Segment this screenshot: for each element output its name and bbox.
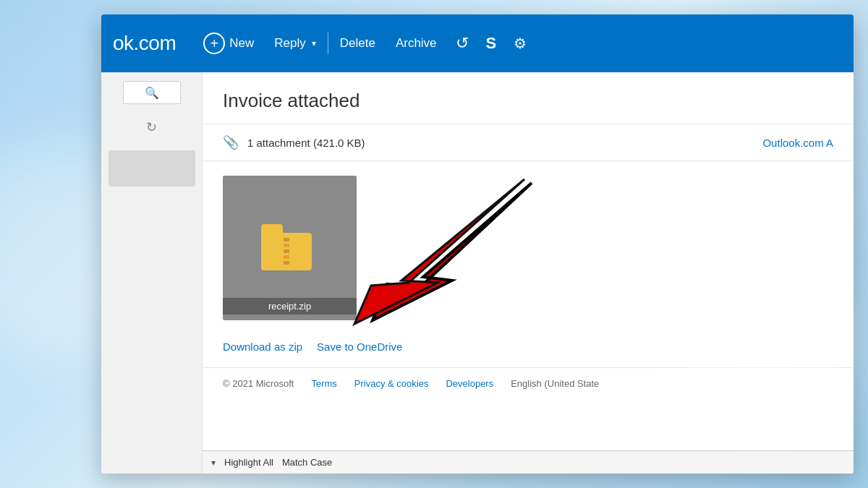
attachment-thumbnail[interactable]: receipt.zip <box>223 176 357 320</box>
footer-developers-link[interactable]: Developers <box>446 378 493 389</box>
refresh-icon[interactable]: ↻ <box>140 116 163 139</box>
footer-privacy-link[interactable]: Privacy & cookies <box>354 378 429 389</box>
attachment-bar: 📎 1 attachment (421.0 KB) Outlook.com A <box>203 124 854 161</box>
new-button-circle: + <box>203 33 225 54</box>
match-case-label[interactable]: Match Case <box>282 457 332 468</box>
toolbar-divider <box>328 33 328 54</box>
save-onedrive-link[interactable]: Save to OneDrive <box>317 341 402 353</box>
paperclip-icon: 📎 <box>223 134 239 150</box>
delete-button-label: Delete <box>340 36 375 51</box>
main-area: 🔍 ↻ Invoice attached 📎 1 attachment (421… <box>101 72 854 474</box>
search-icon: 🔍 <box>145 86 159 100</box>
archive-button[interactable]: Archive <box>386 30 447 56</box>
svg-marker-1 <box>354 179 524 324</box>
new-button-label: New <box>229 36 254 51</box>
delete-button[interactable]: Delete <box>330 30 386 56</box>
svg-marker-0 <box>373 183 532 320</box>
zip-folder-icon <box>261 220 319 270</box>
attachment-info: 1 attachment (421.0 KB) <box>247 137 754 149</box>
new-button[interactable]: + New <box>193 27 264 60</box>
reply-button[interactable]: Reply ▾ <box>264 30 326 56</box>
email-footer: © 2021 Microsoft Terms Privacy & cookies… <box>203 367 854 399</box>
toolbar: ok.com + New Reply ▾ Delete Archive ↺ S … <box>101 14 854 72</box>
footer-language: English (United State <box>511 378 599 389</box>
find-bar: ▾ Highlight All Match Case <box>203 450 854 474</box>
settings-icon[interactable]: ⚙ <box>505 29 535 58</box>
reply-button-label: Reply <box>274 36 305 51</box>
email-subject: Invoice attached <box>203 72 854 124</box>
reply-chevron-icon: ▾ <box>312 38 316 48</box>
attachment-filename: receipt.zip <box>223 298 357 314</box>
archive-button-label: Archive <box>396 36 437 51</box>
attachment-preview-area: receipt.zip <box>203 161 854 335</box>
brand-text: ok.com <box>113 32 176 55</box>
footer-terms-link[interactable]: Terms <box>311 378 336 389</box>
highlight-all-label[interactable]: Highlight All <box>224 457 273 468</box>
download-zip-link[interactable]: Download as zip <box>223 341 302 353</box>
find-chevron-icon[interactable]: ▾ <box>211 458 216 468</box>
sidebar: 🔍 ↻ <box>101 72 203 474</box>
skype-icon[interactable]: S <box>477 28 506 59</box>
footer-copyright: © 2021 Microsoft <box>223 378 294 389</box>
download-links: Download as zip Save to OneDrive <box>203 335 854 367</box>
search-box[interactable]: 🔍 <box>123 81 181 104</box>
undo-icon[interactable]: ↺ <box>447 28 477 59</box>
email-content: Invoice attached 📎 1 attachment (421.0 K… <box>203 72 854 474</box>
sidebar-list-item <box>109 150 195 187</box>
outlook-link[interactable]: Outlook.com A <box>762 137 833 149</box>
